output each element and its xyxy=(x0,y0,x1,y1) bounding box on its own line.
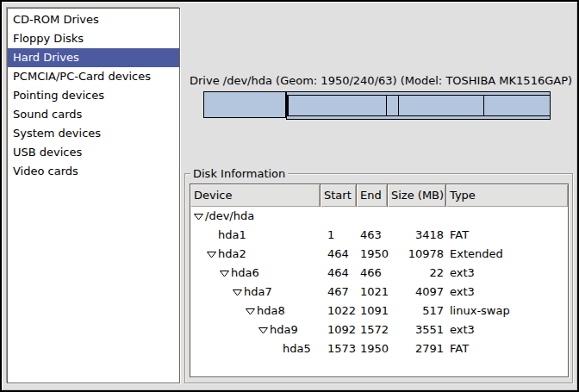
sidebar-item-system-devices[interactable]: System devices xyxy=(8,124,179,143)
sidebar-item-pcmcia-pc-card-devices[interactable]: PCMCIA/PC-Card devices xyxy=(8,67,179,86)
sidebar-item-floppy-disks[interactable]: Floppy Disks xyxy=(8,29,179,48)
table-row-hda8[interactable]: hda810221091517linux-swap xyxy=(190,302,568,320)
logical-partition-hda5 xyxy=(483,95,551,116)
expander-slot[interactable] xyxy=(231,283,244,302)
device-name: hda6 xyxy=(231,264,259,283)
start-value: 1 xyxy=(321,226,357,245)
type-value: ext3 xyxy=(446,320,568,339)
size-value: 10978 xyxy=(388,245,446,264)
logical-partition-hda8 xyxy=(386,95,399,116)
table-row-hda7[interactable]: hda746710214097ext3 xyxy=(190,283,568,302)
table-row-hda9[interactable]: hda9109215723551ext3 xyxy=(190,320,568,339)
sidebar-item-sound-cards[interactable]: Sound cards xyxy=(8,105,179,124)
sidebar-item-usb-devices[interactable]: USB devices xyxy=(8,143,179,162)
table-row-hda5[interactable]: hda5157319502791FAT xyxy=(190,339,568,358)
end-value: 1950 xyxy=(357,245,388,264)
size-value xyxy=(388,207,446,226)
device-name: hda9 xyxy=(270,320,298,339)
type-value: linux-swap xyxy=(446,302,568,320)
size-value: 517 xyxy=(388,302,446,320)
size-value: 22 xyxy=(388,264,446,283)
table-row-hda2[interactable]: hda2464195010978Extended xyxy=(190,245,568,264)
expander-icon[interactable] xyxy=(194,213,203,221)
partition-segment-hda1 xyxy=(204,92,286,117)
end-value: 1572 xyxy=(357,320,388,339)
type-value: ext3 xyxy=(446,264,568,283)
start-value: 1092 xyxy=(321,320,357,339)
start-value: 1022 xyxy=(321,302,357,320)
partition-table[interactable]: Device Start End Size (MB) Type /dev/hda… xyxy=(190,184,569,377)
table-row-hda6[interactable]: hda646446622ext3 xyxy=(190,264,568,283)
type-value: ext3 xyxy=(446,283,568,302)
start-value xyxy=(321,207,357,226)
device-category-list[interactable]: CD-ROM DrivesFloppy DisksHard DrivesPCMC… xyxy=(7,8,180,383)
expander-slot[interactable] xyxy=(244,302,257,320)
sidebar-item-cd-rom-drives[interactable]: CD-ROM Drives xyxy=(8,10,179,29)
type-value: FAT xyxy=(446,226,568,245)
expander-icon[interactable] xyxy=(233,289,242,296)
partition-bar xyxy=(203,91,551,118)
expander-icon[interactable] xyxy=(246,308,255,315)
partition-table-body: /dev/hdahda114633418FAThda2464195010978E… xyxy=(190,207,568,358)
end-value: 1021 xyxy=(357,283,388,302)
column-header-type[interactable]: Type xyxy=(446,184,568,207)
expander-spacer xyxy=(270,339,283,358)
end-value: 466 xyxy=(357,264,388,283)
start-value: 464 xyxy=(321,245,357,264)
end-value: 1950 xyxy=(357,339,388,358)
start-value: 467 xyxy=(321,283,357,302)
expander-slot[interactable] xyxy=(205,245,218,264)
table-row-hda1[interactable]: hda114633418FAT xyxy=(190,226,568,245)
logical-partition-hda7 xyxy=(288,95,387,116)
column-header-start[interactable]: Start xyxy=(321,184,357,207)
sidebar-item-hard-drives[interactable]: Hard Drives xyxy=(8,48,179,67)
column-header-device[interactable]: Device xyxy=(190,184,321,207)
partition-table-header: Device Start End Size (MB) Type xyxy=(190,184,568,207)
expander-spacer xyxy=(205,226,218,245)
size-value: 2791 xyxy=(388,339,446,358)
disk-information-group: Disk Information Device Start End Size (… xyxy=(184,173,573,383)
device-name: hda1 xyxy=(218,226,246,245)
end-value: 463 xyxy=(357,226,388,245)
column-header-size[interactable]: Size (MB) xyxy=(388,184,446,207)
sidebar-item-video-cards[interactable]: Video cards xyxy=(8,162,179,181)
extended-partition-hda2 xyxy=(286,91,551,120)
device-name: hda7 xyxy=(244,283,272,302)
type-value: FAT xyxy=(446,339,568,358)
hardware-browser-window: CD-ROM DrivesFloppy DisksHard DrivesPCMC… xyxy=(0,0,579,392)
start-value: 1573 xyxy=(321,339,357,358)
expander-icon[interactable] xyxy=(258,327,268,334)
end-value xyxy=(357,207,388,226)
expander-icon[interactable] xyxy=(207,251,216,258)
type-value: Extended xyxy=(446,245,568,264)
device-name: /dev/hda xyxy=(205,207,254,226)
start-value: 464 xyxy=(321,264,357,283)
type-value xyxy=(446,207,568,226)
expander-slot[interactable] xyxy=(192,207,205,226)
device-name: hda8 xyxy=(257,302,285,320)
size-value: 3418 xyxy=(388,226,446,245)
device-name: hda2 xyxy=(218,245,246,264)
drive-title: Drive /dev/hda (Geom: 1950/240/63) (Mode… xyxy=(190,74,566,87)
end-value: 1091 xyxy=(357,302,388,320)
device-name: hda5 xyxy=(283,339,311,358)
size-value: 4097 xyxy=(388,283,446,302)
column-header-end[interactable]: End xyxy=(357,184,388,207)
expander-slot[interactable] xyxy=(257,320,270,339)
table-row--dev-hda[interactable]: /dev/hda xyxy=(190,207,568,226)
disk-information-label: Disk Information xyxy=(190,167,288,180)
sidebar-item-pointing-devices[interactable]: Pointing devices xyxy=(8,86,179,105)
logical-partition-hda9 xyxy=(398,95,484,116)
expander-icon[interactable] xyxy=(220,270,229,277)
size-value: 3551 xyxy=(388,320,446,339)
expander-slot[interactable] xyxy=(218,264,231,283)
